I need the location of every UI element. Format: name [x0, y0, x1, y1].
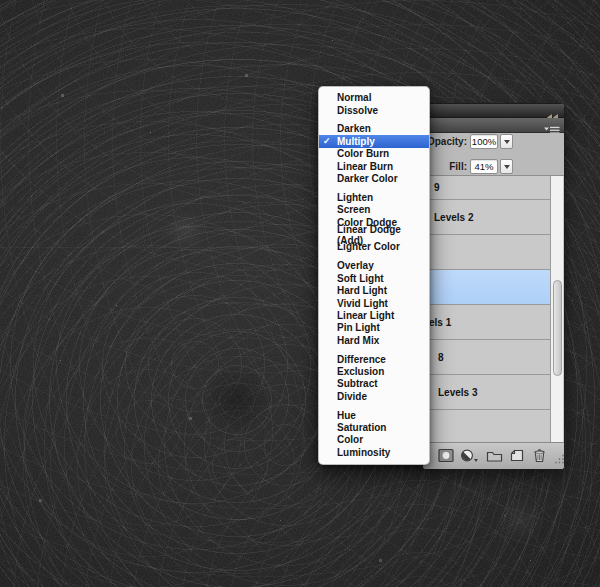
blend-mode-label: Multiply — [337, 136, 375, 147]
blend-mode-label: Screen — [337, 204, 370, 215]
panel-menu-icon[interactable] — [544, 121, 560, 130]
checkmark-icon: ✓ — [323, 135, 331, 147]
blend-mode-item-lighten[interactable]: Lighten — [319, 191, 429, 203]
blend-mode-group: HueSaturationColorLuminosity — [319, 409, 429, 459]
add-layer-mask-icon[interactable] — [438, 448, 455, 464]
layer-row[interactable]: els 1 — [423, 305, 550, 340]
blend-mode-label: Lighten — [337, 192, 373, 203]
blend-mode-item-color[interactable]: Color — [319, 434, 429, 446]
blend-mode-label: Soft Light — [337, 273, 384, 284]
fill-dropdown-arrow[interactable] — [500, 159, 513, 174]
layer-row[interactable]: Levels 3 — [423, 375, 550, 410]
resize-grip-icon[interactable] — [554, 451, 565, 467]
blend-mode-label: Vivid Light — [337, 298, 388, 309]
blend-mode-item-pin-light[interactable]: Pin Light — [319, 322, 429, 334]
layer-row[interactable]: Levels 2 — [423, 200, 550, 235]
background-star-specks — [0, 0, 1, 1]
new-layer-icon[interactable] — [509, 448, 526, 464]
new-group-icon[interactable] — [486, 448, 503, 464]
blend-mode-label: Saturation — [337, 422, 386, 433]
blend-mode-label: Hard Light — [337, 285, 387, 296]
layer-row[interactable] — [423, 235, 550, 270]
blend-mode-item-exclusion[interactable]: Exclusion — [319, 365, 429, 377]
blend-mode-item-subtract[interactable]: Subtract — [319, 378, 429, 390]
layer-name[interactable]: Levels 2 — [423, 212, 473, 223]
blend-mode-label: Linear Burn — [337, 161, 393, 172]
blend-mode-item-screen[interactable]: Screen — [319, 204, 429, 216]
layer-name[interactable]: Levels 3 — [423, 387, 477, 398]
blend-mode-menu: NormalDissolveDarken✓MultiplyColor BurnL… — [318, 86, 430, 465]
layer-list: 9Levels 2els 18Levels 3 — [423, 176, 550, 443]
opacity-input[interactable]: 100% — [470, 134, 498, 149]
blend-mode-item-saturation[interactable]: Saturation — [319, 421, 429, 433]
layer-row[interactable] — [423, 270, 550, 305]
new-adjustment-layer-icon[interactable] — [460, 448, 477, 464]
scrollbar-thumb[interactable] — [553, 280, 562, 376]
blend-mode-item-multiply[interactable]: ✓Multiply — [319, 135, 429, 147]
blend-mode-label: Luminosity — [337, 447, 390, 458]
blend-mode-label: Divide — [337, 391, 367, 402]
blend-mode-item-normal[interactable]: Normal — [319, 92, 429, 104]
blend-mode-label: Darker Color — [337, 173, 398, 184]
blend-mode-group: OverlaySoft LightHard LightVivid LightLi… — [319, 260, 429, 347]
blend-mode-item-vivid-light[interactable]: Vivid Light — [319, 297, 429, 309]
blend-mode-label: Dissolve — [337, 105, 378, 116]
blend-mode-label: Hard Mix — [337, 335, 379, 346]
blend-mode-group: DifferenceExclusionSubtractDivide — [319, 353, 429, 403]
blend-mode-item-linear-dodge-add-[interactable]: Linear Dodge (Add) — [319, 228, 429, 240]
blend-mode-group: LightenScreenColor DodgeLinear Dodge (Ad… — [319, 191, 429, 253]
blend-mode-item-lighter-color[interactable]: Lighter Color — [319, 241, 429, 253]
blend-mode-item-darken[interactable]: Darken — [319, 123, 429, 135]
panel-tab-bar — [423, 118, 564, 133]
blend-mode-group: Darken✓MultiplyColor BurnLinear BurnDark… — [319, 123, 429, 185]
layers-panel: Opacity: 100% Fill: 41% 9Levels 2els 18L… — [422, 103, 565, 470]
blend-mode-label: Difference — [337, 354, 386, 365]
blend-mode-item-color-burn[interactable]: Color Burn — [319, 148, 429, 160]
panel-footer — [423, 442, 564, 469]
blend-mode-item-soft-light[interactable]: Soft Light — [319, 272, 429, 284]
fill-input[interactable]: 41% — [470, 159, 498, 174]
layer-row[interactable]: 9 — [423, 176, 550, 200]
blend-mode-label: Normal — [337, 92, 371, 103]
blend-mode-item-luminosity[interactable]: Luminosity — [319, 446, 429, 458]
blend-mode-item-hue[interactable]: Hue — [319, 409, 429, 421]
blend-mode-item-hard-mix[interactable]: Hard Mix — [319, 334, 429, 346]
blend-mode-label: Color — [337, 434, 363, 445]
panel-controls: Opacity: 100% Fill: 41% — [423, 133, 564, 176]
blend-mode-label: Linear Light — [337, 310, 394, 321]
photoshop-workspace: Opacity: 100% Fill: 41% 9Levels 2els 18L… — [0, 0, 600, 587]
blend-mode-item-darker-color[interactable]: Darker Color — [319, 172, 429, 184]
blend-mode-item-linear-light[interactable]: Linear Light — [319, 309, 429, 321]
panel-title-bar — [423, 104, 564, 118]
blend-mode-item-difference[interactable]: Difference — [319, 353, 429, 365]
delete-layer-icon[interactable] — [532, 448, 549, 464]
blend-mode-group: NormalDissolve — [319, 92, 429, 117]
blend-mode-label: Hue — [337, 410, 356, 421]
layer-row[interactable] — [423, 410, 550, 443]
collapse-panel-icon[interactable] — [547, 107, 559, 114]
blend-mode-label: Exclusion — [337, 366, 384, 377]
blend-mode-item-hard-light[interactable]: Hard Light — [319, 284, 429, 296]
blend-mode-item-linear-burn[interactable]: Linear Burn — [319, 160, 429, 172]
blend-mode-item-divide[interactable]: Divide — [319, 390, 429, 402]
blend-mode-label: Color Burn — [337, 148, 389, 159]
blend-mode-label: Lighter Color — [337, 241, 400, 252]
layer-list-scrollbar[interactable] — [550, 176, 563, 443]
blend-mode-item-dissolve[interactable]: Dissolve — [319, 104, 429, 116]
blend-mode-label: Pin Light — [337, 322, 380, 333]
layer-row[interactable]: 8 — [423, 340, 550, 375]
blend-mode-label: Overlay — [337, 260, 374, 271]
opacity-dropdown-arrow[interactable] — [500, 134, 513, 149]
blend-mode-item-overlay[interactable]: Overlay — [319, 260, 429, 272]
blend-mode-label: Darken — [337, 123, 371, 134]
blend-mode-label: Subtract — [337, 378, 378, 389]
